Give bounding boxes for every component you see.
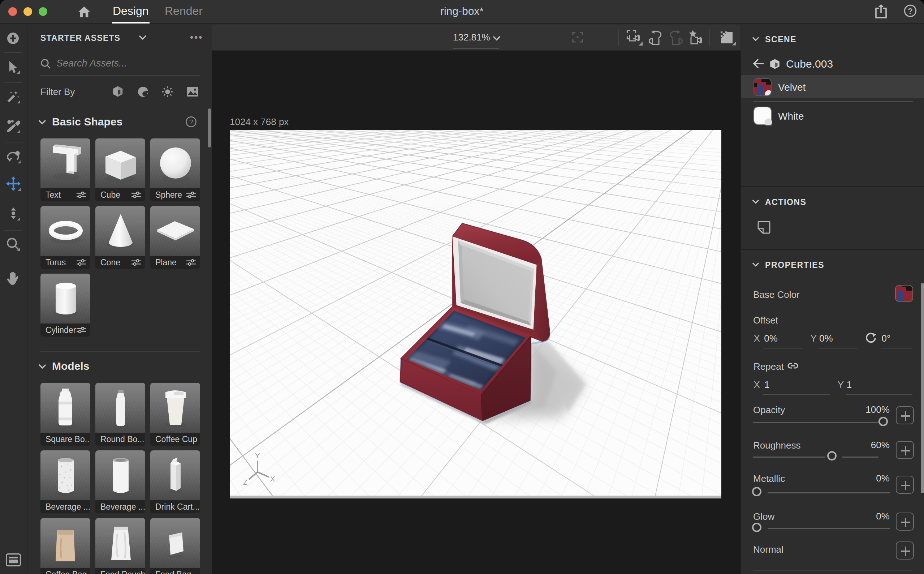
svg-text:X: X: [270, 475, 275, 483]
svg-text:Y: Y: [255, 452, 260, 460]
svg-text:Z: Z: [243, 478, 247, 486]
svg-text:?: ?: [908, 6, 913, 16]
svg-text:?: ?: [189, 118, 193, 126]
